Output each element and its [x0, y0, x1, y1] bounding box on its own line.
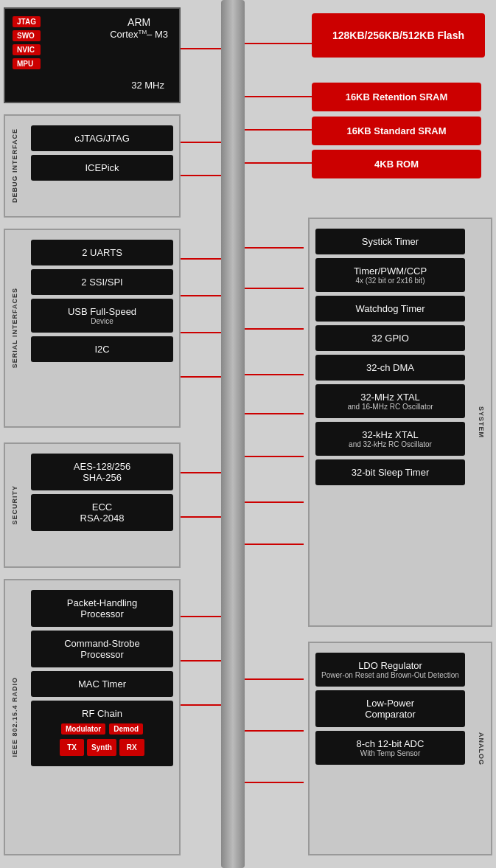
system-connector-8	[245, 544, 304, 545]
rf-chain-box: RF Chain Modulator Demod TX Synth RX	[31, 701, 173, 766]
serial-connector-3	[181, 332, 223, 333]
flash-box: 128KB/256KB/512KB Flash	[312, 13, 485, 58]
watchdog-box: Watchdog Timer	[315, 296, 465, 322]
system-connector-6	[245, 456, 304, 457]
retention-sram-box: 16KB Retention SRAM	[312, 83, 481, 111]
command-strobe-box: Command-StrobeProcessor	[31, 631, 173, 667]
analog-connector-2	[245, 730, 304, 732]
demod-badge: Demod	[109, 723, 143, 735]
system-connector-7	[245, 501, 304, 503]
system-section: SYSTEM Systick Timer Timer/PWM/CCP 4x (3…	[308, 218, 492, 627]
nvic-badge: NVIC	[13, 44, 41, 55]
analog-label: ANALOG	[478, 732, 485, 765]
swo-badge: SWO	[13, 30, 41, 41]
arm-freq: 32 MHz	[131, 80, 164, 91]
security-connector-1	[181, 472, 223, 473]
ecc-box: ECCRSA-2048	[31, 494, 173, 531]
arm-badges: JTAG SWO NVIC MPU	[13, 16, 41, 69]
debug-connector-1	[181, 142, 223, 143]
diagram-container: JTAG SWO NVIC MPU ARM CortexTM– M3 32 MH…	[0, 0, 496, 868]
security-connector-2	[181, 516, 223, 518]
standard-sram-box: 16KB Standard SRAM	[312, 117, 481, 145]
uart-box: 2 UARTS	[31, 240, 173, 265]
rom-box: 4KB ROM	[312, 150, 481, 178]
debug-section: DEBUG INTERFACE cJTAG/JTAG ICEPick	[4, 114, 181, 218]
retention-connector	[245, 96, 318, 97]
analog-connector-1	[245, 678, 304, 680]
packet-processor-box: Packet-HandlingProcessor	[31, 590, 173, 627]
jtag-badge: JTAG	[13, 16, 41, 27]
serial-connector-2	[181, 295, 223, 296]
i2c-box: I2C	[31, 336, 173, 362]
system-connector-4	[245, 374, 304, 375]
security-section: SECURITY AES-128/256SHA-256 ECCRSA-2048	[4, 442, 181, 568]
serial-label: SERIAL INTERFACES	[11, 288, 18, 368]
tx-badge: TX	[60, 739, 84, 756]
standard-connector	[245, 129, 318, 131]
radio-connector-1	[181, 616, 223, 617]
modulator-badge: Modulator	[61, 723, 105, 735]
adc-box: 8-ch 12-bit ADC With Temp Sensor	[315, 731, 465, 765]
mpu-badge: MPU	[13, 58, 41, 69]
system-label: SYSTEM	[478, 406, 485, 438]
ldo-box: LDO Regulator Power-on Reset and Brown-O…	[315, 653, 465, 687]
central-spine	[221, 0, 245, 868]
dma-box: 32-ch DMA	[315, 355, 465, 381]
rx-badge: RX	[119, 739, 144, 756]
radio-connector-3	[181, 704, 223, 706]
comparator-box: Low-PowerComparator	[315, 690, 465, 727]
arm-title: ARM CortexTM– M3	[110, 16, 168, 40]
systick-box: Systick Timer	[315, 229, 465, 254]
arm-connector	[181, 48, 225, 49]
serial-section: SERIAL INTERFACES 2 UARTS 2 SSI/SPI USB …	[4, 229, 181, 428]
aes-box: AES-128/256SHA-256	[31, 454, 173, 490]
debug-label: DEBUG INTERFACE	[11, 128, 18, 203]
radio-connector-2	[181, 660, 223, 662]
ssi-spi-box: 2 SSI/SPI	[31, 269, 173, 295]
debug-connector-2	[181, 175, 223, 176]
timer-pwm-box: Timer/PWM/CCP 4x (32 bit or 2x16 bit)	[315, 258, 465, 292]
usb-box: USB Full-Speed Device	[31, 299, 173, 333]
mac-timer-box2: MAC Timer	[31, 671, 173, 697]
analog-connector-3	[245, 782, 304, 783]
rom-connector	[245, 162, 318, 164]
security-label: SECURITY	[11, 485, 18, 525]
synth-badge: Synth	[87, 739, 116, 756]
xtal-32mhz-box: 32-MHz XTAL and 16-MHz RC Oscillator	[315, 384, 465, 418]
radio-section: IEEE 802.15.4 RADIO Packet-HandlingProce…	[4, 579, 181, 855]
radio-label: IEEE 802.15.4 RADIO	[11, 677, 18, 757]
cjtag-box: cJTAG/JTAG	[31, 125, 173, 151]
arm-cortex-section: JTAG SWO NVIC MPU ARM CortexTM– M3 32 MH…	[4, 7, 181, 103]
sleep-timer-box: 32-bit Sleep Timer	[315, 459, 465, 485]
icepick-box: ICEPick	[31, 155, 173, 181]
analog-section: ANALOG LDO Regulator Power-on Reset and …	[308, 642, 492, 855]
system-connector-1	[245, 247, 304, 249]
xtal-32khz-box: 32-kHz XTAL and 32-kHz RC Oscillator	[315, 422, 465, 456]
serial-connector-4	[181, 376, 223, 378]
flash-connector	[245, 43, 318, 44]
system-connector-2	[245, 288, 304, 289]
system-connector-5	[245, 413, 304, 414]
gpio-box: 32 GPIO	[315, 325, 465, 351]
serial-connector-1	[181, 258, 223, 260]
system-connector-3	[245, 328, 304, 330]
